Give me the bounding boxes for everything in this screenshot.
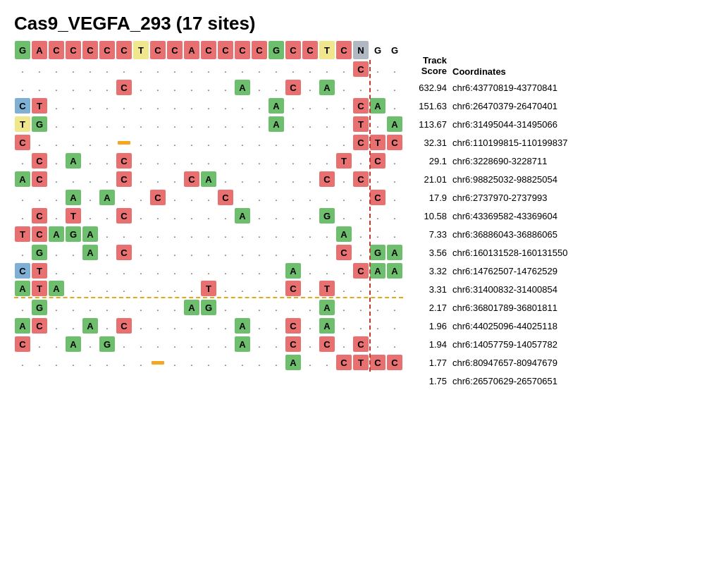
cell-8-13: A xyxy=(235,208,250,224)
coord-11: chr6:31400832-31400854 xyxy=(452,284,593,295)
score-12: 2.17 xyxy=(410,303,452,313)
cell-1-5: . xyxy=(99,80,115,95)
cell-0-18: . xyxy=(319,61,335,77)
cell-4-17: . xyxy=(302,135,318,150)
cell-15-11: . xyxy=(201,336,216,352)
data-row-10: .G..A.C............C.GA xyxy=(14,243,403,262)
cell-16-10: . xyxy=(184,355,199,370)
cell-6-11: A xyxy=(201,171,216,187)
right-row-10: 3.32chr6:14762507-14762529 xyxy=(410,262,593,280)
cell-6-15: . xyxy=(269,171,284,187)
cell-16-19: C xyxy=(336,355,352,370)
cell-6-4: . xyxy=(82,171,98,187)
cell-2-17: . xyxy=(302,98,318,114)
cell-14-20: . xyxy=(353,318,369,334)
cell-14-11: . xyxy=(201,318,216,334)
header-cell-3: C xyxy=(66,41,81,59)
cell-12-20: . xyxy=(353,281,369,296)
cell-10-13: . xyxy=(235,245,250,260)
cell-12-6: . xyxy=(116,281,132,296)
cell-9-1: C xyxy=(32,226,47,242)
right-row-2: 113.67chr6:31495044-31495066 xyxy=(410,115,593,133)
cell-12-3: . xyxy=(66,281,81,296)
score-9: 3.56 xyxy=(410,248,452,258)
header-cell-9: C xyxy=(167,41,183,59)
cell-10-8: . xyxy=(150,245,166,260)
cell-14-17: . xyxy=(302,318,318,334)
data-row-3: TG.............A....T.A xyxy=(14,115,403,133)
cell-0-15: . xyxy=(269,61,284,77)
grid-section: GACCCCCTCCACCCCGCCTCNGG.................… xyxy=(14,40,403,372)
cell-7-17: . xyxy=(302,190,318,205)
coord-6: chr6:2737970-2737993 xyxy=(452,193,593,203)
cell-2-20: C xyxy=(353,98,369,114)
cell-15-18: C xyxy=(319,336,335,352)
data-row-11: CT..............A...CAA xyxy=(14,262,403,280)
cell-15-21: . xyxy=(370,336,385,352)
cell-0-19: . xyxy=(336,61,352,77)
cell-9-21: . xyxy=(370,226,385,242)
cell-15-12: . xyxy=(218,336,233,352)
cell-2-5: . xyxy=(99,98,115,114)
cell-11-15: . xyxy=(269,263,284,279)
cell-7-20: . xyxy=(353,190,369,205)
cell-10-10: . xyxy=(184,245,199,260)
cell-14-3: . xyxy=(66,318,81,334)
cell-15-16: C xyxy=(285,336,301,352)
cell-11-12: . xyxy=(218,263,233,279)
cell-7-12: C xyxy=(218,190,233,205)
cell-1-18: A xyxy=(319,80,335,95)
cell-16-1: . xyxy=(32,355,47,370)
cell-2-18: . xyxy=(319,98,335,114)
data-row-7: ...A.A..C...C........C. xyxy=(14,188,403,207)
cell-9-9: . xyxy=(167,226,183,242)
cell-16-3: . xyxy=(66,355,81,370)
cell-0-12: . xyxy=(218,61,233,77)
cell-11-16: A xyxy=(285,263,301,279)
cell-16-22: C xyxy=(387,355,402,370)
cell-8-12: . xyxy=(218,208,233,224)
cell-10-0: . xyxy=(15,245,30,260)
header-cell-7: T xyxy=(133,41,149,59)
cell-16-20: T xyxy=(353,355,369,370)
cell-8-4: . xyxy=(82,208,98,224)
data-row-6: AC....C...CA......C.C.. xyxy=(14,170,403,188)
cell-5-13: . xyxy=(235,153,250,169)
coord-13: chr6:44025096-44025118 xyxy=(452,321,593,331)
cell-2-15: A xyxy=(269,98,284,114)
cell-10-11: . xyxy=(201,245,216,260)
score-1: 151.63 xyxy=(410,101,452,111)
cell-8-1: C xyxy=(32,208,47,224)
cell-9-20: . xyxy=(353,226,369,242)
right-row-3: 32.31chr6:110199815-110199837 xyxy=(410,133,593,152)
cell-4-0: C xyxy=(15,135,30,150)
cell-2-13: . xyxy=(235,98,250,114)
cell-4-2: . xyxy=(49,135,64,150)
cell-10-12: . xyxy=(218,245,233,260)
cell-3-0: T xyxy=(15,116,30,132)
cell-7-6: . xyxy=(116,190,132,205)
cell-13-14: . xyxy=(252,300,267,315)
cell-8-9: . xyxy=(167,208,183,224)
header-cell-20: N xyxy=(353,41,369,59)
cell-1-16: C xyxy=(285,80,301,95)
score-14: 1.94 xyxy=(410,339,452,350)
cell-15-14: . xyxy=(252,336,267,352)
cell-0-7: . xyxy=(133,61,149,77)
cell-4-15: . xyxy=(269,135,284,150)
cell-2-1: T xyxy=(32,98,47,114)
cell-6-5: . xyxy=(99,171,115,187)
cell-5-20: . xyxy=(353,153,369,169)
cell-4-3: . xyxy=(66,135,81,150)
cell-9-15: . xyxy=(269,226,284,242)
cell-8-17: . xyxy=(302,208,318,224)
score-11: 3.31 xyxy=(410,284,452,295)
cell-7-22: . xyxy=(387,190,402,205)
header-cell-21: G xyxy=(370,41,385,59)
cell-15-3: A xyxy=(66,336,81,352)
cell-12-22: . xyxy=(387,281,402,296)
cell-3-5: . xyxy=(99,116,115,132)
cell-6-22: . xyxy=(387,171,402,187)
cell-5-3: A xyxy=(66,153,81,169)
cell-0-9: . xyxy=(167,61,183,77)
